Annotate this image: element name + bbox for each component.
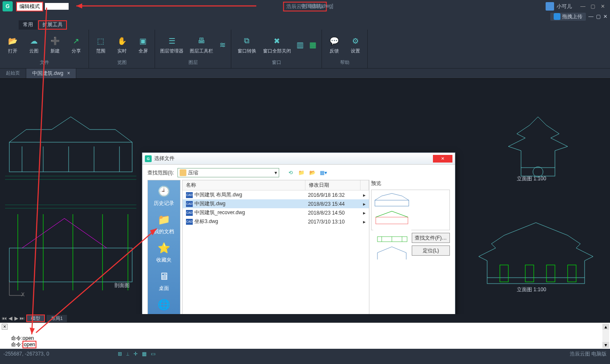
sidebar-item-docs[interactable]: 📁我的文档 [154, 213, 174, 235]
snap-icon[interactable]: ⊞ [118, 351, 122, 357]
ribbon-group-help: 帮助 [340, 58, 349, 66]
switch-window-button[interactable]: ⧉窗口转换 [234, 31, 260, 58]
command-close-icon[interactable]: × [2, 324, 8, 330]
tab-close-icon[interactable]: × [67, 70, 70, 76]
maximize-icon[interactable]: ▢ [591, 3, 597, 9]
file-row[interactable]: CAD坐标3.dwg2017/3/10 13:10▸ [183, 217, 369, 226]
sidebar-item-desktop[interactable]: 🖥桌面 [157, 270, 171, 292]
file-row[interactable]: CAD中国建筑.dwg2018/8/23 15:44▸ [183, 199, 369, 208]
status-product: 浩辰云图 电脑版 [570, 350, 607, 358]
ribbon-group-view: 览图 [117, 58, 127, 66]
ortho-icon[interactable]: ⟂ [126, 351, 129, 357]
cloud-button[interactable]: ☁云图 [24, 31, 44, 58]
layer-manager-button[interactable]: ☰图层管理器 [158, 31, 186, 58]
layers-icon: ☰ [167, 36, 177, 46]
settings-button[interactable]: ⚙设置 [345, 31, 366, 58]
ribbon-group-window: 窗口 [272, 58, 281, 66]
file-row[interactable]: CAD中国建筑 布局黑.dwg2016/9/18 16:32▸ [183, 190, 369, 199]
layer-toolbar-button[interactable]: 🖶图层工具栏 [187, 31, 216, 58]
command-line-area[interactable]: × 命令:open 命令:open ▴▾ [0, 323, 610, 349]
tab-nav-buttons[interactable]: ⏮◀▶⏭ [2, 315, 25, 321]
tab-model[interactable]: 模型 [26, 314, 45, 322]
find-file-button[interactable]: 查找文件(F)… [412, 233, 450, 243]
layer-more-button[interactable]: ≋ [217, 31, 229, 58]
tab-common[interactable]: 常用 [19, 20, 37, 30]
new-button[interactable]: ➕新建 [45, 31, 65, 58]
svg-rect-27 [375, 200, 409, 206]
share-button[interactable]: ↗分享 [66, 31, 86, 58]
sidebar-item-history[interactable]: 🕘历史记录 [154, 185, 174, 207]
history-icon: 🕘 [157, 185, 171, 198]
ribbon-group-layer: 图层 [189, 58, 198, 66]
svg-rect-19 [500, 265, 508, 282]
status-bar: -255687, -267373, 0 ⊞ ⟂ ✛ ▦ ▭ 浩辰云图 电脑版 [0, 349, 610, 359]
desktop-icon: 🖥 [157, 270, 171, 283]
window-switch-icon: ⧉ [242, 36, 252, 46]
sidebar-item-network[interactable]: 🌐网络 [157, 298, 171, 314]
osnap-icon[interactable]: ▦ [142, 351, 147, 357]
open-button[interactable]: 📂打开 [3, 31, 23, 58]
user-name: 小可儿 [557, 3, 572, 10]
dwg-file-icon: CAD [186, 192, 193, 198]
tab-layout1[interactable]: 布局1 [47, 315, 67, 322]
edit-mode-indicator[interactable]: 编辑模式 [16, 2, 43, 11]
file-list-pane: 名称 修改日期 CAD中国建筑 布局黑.dwg2016/9/18 16:32▸C… [182, 180, 369, 314]
places-sidebar: 🕘历史记录 📁我的文档 ⭐收藏夹 🖥桌面 🌐网络 [147, 180, 180, 314]
sidebar-item-favorites[interactable]: ⭐收藏夹 [156, 241, 172, 264]
minimize-icon[interactable]: — [580, 3, 587, 9]
lookin-label: 查找范围(I): [147, 169, 174, 176]
fullscreen-button[interactable]: ▣全屏 [133, 31, 153, 58]
dwg-file-icon: CAD [186, 210, 193, 216]
file-list-header[interactable]: 名称 修改日期 [183, 180, 369, 190]
tab-start-page[interactable]: 起始页 [0, 69, 26, 78]
upload-drop-area[interactable]: 拖拽上传 [550, 13, 586, 21]
hand-icon: ✋ [117, 36, 127, 46]
back-icon[interactable]: ⟲ [287, 169, 294, 176]
svg-point-17 [533, 167, 543, 177]
dialog-title-bar[interactable]: G 选择文件 ✕ [142, 153, 455, 165]
share-icon: ↗ [71, 36, 81, 46]
lookin-combo[interactable]: 压缩 ▾ [177, 168, 279, 177]
svg-rect-0 [9, 142, 132, 172]
mode-dropdown[interactable] [45, 3, 69, 10]
svg-rect-29 [377, 237, 407, 242]
doc-window-buttons[interactable]: —▢✕ [588, 14, 607, 19]
drawing-canvas[interactable]: 剖面图 立面图 1:100 立面图 1:100 YX G 选择文件 ✕ 查找范围… [0, 79, 610, 314]
new-folder-icon[interactable]: 📂 [309, 169, 316, 176]
folder-icon [180, 169, 186, 176]
up-folder-icon[interactable]: 📁 [298, 169, 305, 176]
dialog-logo-icon: G [145, 155, 152, 162]
close-all-icon: ✖ [272, 36, 282, 46]
tab-extended-tools[interactable]: 扩展工具 [38, 20, 67, 30]
tab-file-1[interactable]: 中国建筑.dwg × [26, 69, 76, 78]
command-scrollbar[interactable]: ▴▾ [602, 324, 609, 348]
feedback-icon: 💬 [329, 36, 339, 46]
svg-rect-20 [525, 265, 534, 282]
window-btn-a[interactable]: ▥ [294, 31, 306, 58]
preview-box [371, 190, 450, 230]
new-file-icon: ➕ [50, 36, 60, 46]
folder-open-icon: 📂 [8, 36, 18, 46]
title-bar: G 编辑模式 浩辰云图 电脑版 中国建筑.dwg] 小可儿 — ▢ ✕ [0, 0, 610, 13]
close-icon[interactable]: ✕ [601, 3, 607, 9]
window-btn-b[interactable]: ▦ [307, 31, 319, 58]
feedback-button[interactable]: 💬反馈 [324, 31, 344, 58]
documents-icon: 📁 [157, 213, 171, 226]
view-mode-icon[interactable]: ▦▾ [320, 169, 327, 176]
dialog-close-button[interactable]: ✕ [433, 155, 452, 163]
locate-button[interactable]: 定位(L) [412, 245, 450, 256]
model-layout-tabbar: ⏮◀▶⏭ 模型 布局1 [0, 314, 610, 323]
close-all-button[interactable]: ✖窗口全部关闭 [261, 31, 294, 58]
polar-icon[interactable]: ✛ [133, 351, 138, 357]
ribbon: 📂打开 ☁云图 ➕新建 ↗分享 文件 ⬚范围 ✋实时 ▣全屏 览图 ☰图层管理器… [0, 30, 610, 69]
zoom-extent-button[interactable]: ⬚范围 [91, 31, 111, 58]
dialog-title: 选择文件 [154, 155, 433, 162]
file-list[interactable]: CAD中国建筑 布局黑.dwg2016/9/18 16:32▸CAD中国建筑.d… [183, 190, 369, 314]
fullscreen-icon: ▣ [138, 36, 148, 46]
user-area[interactable]: 小可儿 [546, 2, 572, 11]
app-logo-icon: G [3, 1, 13, 11]
pan-button[interactable]: ✋实时 [112, 31, 132, 58]
dwg-file-icon: CAD [186, 201, 193, 207]
file-row[interactable]: CAD中国建筑_recover.dwg2018/8/23 14:50▸ [183, 208, 369, 217]
lwt-icon[interactable]: ▭ [151, 351, 155, 357]
